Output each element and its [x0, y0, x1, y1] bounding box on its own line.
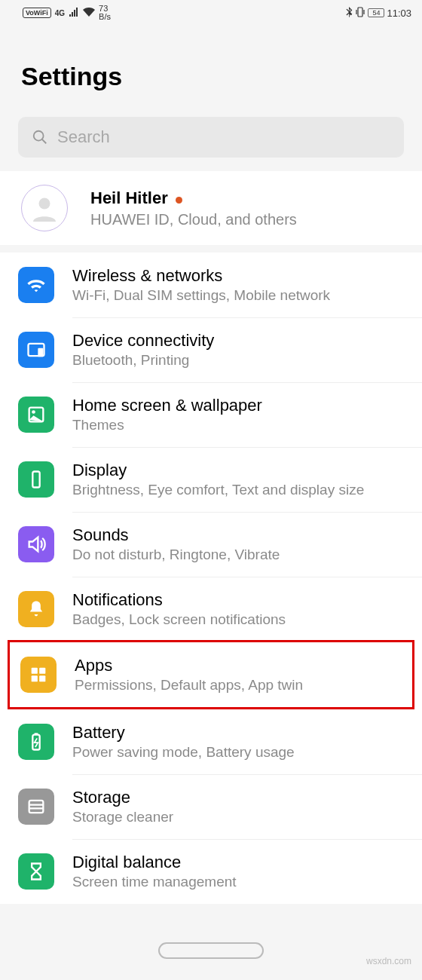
avatar: [21, 185, 68, 231]
apps-highlight: Apps Permissions, Default apps, App twin: [8, 640, 414, 709]
row-sounds[interactable]: Sounds Do not disturb, Ringtone, Vibrate: [0, 512, 422, 577]
hourglass-icon: [18, 853, 54, 890]
row-home-wallpaper[interactable]: Home screen & wallpaper Themes: [0, 382, 422, 447]
svg-point-2: [39, 198, 50, 210]
row-sub: Screen time management: [72, 874, 401, 890]
row-sub: Power saving mode, Battery usage: [72, 744, 401, 761]
row-title: Battery: [72, 723, 401, 743]
battery-icon: [18, 724, 54, 760]
vowifi-badge: VoWiFi: [23, 8, 51, 18]
account-text: Heil Hitler HUAWEI ID, Cloud, and others: [90, 188, 297, 228]
row-wireless[interactable]: Wireless & networks Wi-Fi, Dual SIM sett…: [0, 253, 422, 317]
device-icon: [18, 332, 54, 368]
svg-rect-8: [32, 668, 38, 674]
header: Settings: [0, 26, 422, 112]
row-display[interactable]: Display Brightness, Eye comfort, Text an…: [0, 447, 422, 512]
watermark: wsxdn.com: [366, 956, 411, 966]
svg-rect-4: [38, 348, 43, 357]
row-title: Home screen & wallpaper: [72, 396, 401, 415]
wifi-icon: [18, 267, 54, 303]
sounds-icon: [18, 526, 54, 562]
row-sub: Bluetooth, Printing: [72, 352, 401, 369]
row-title: Display: [72, 461, 401, 480]
row-title: Digital balance: [72, 853, 401, 872]
svg-point-1: [34, 131, 44, 141]
account-sub: HUAWEI ID, Cloud, and others: [90, 211, 297, 228]
row-sub: Brightness, Eye comfort, Text and displa…: [72, 482, 401, 498]
row-notifications[interactable]: Notifications Badges, Lock screen notifi…: [0, 577, 422, 642]
svg-rect-11: [39, 675, 45, 681]
account-row[interactable]: Heil Hitler HUAWEI ID, Cloud, and others: [0, 171, 422, 245]
status-left: VoWiFi 4G 73B/s: [23, 5, 111, 21]
avatar-icon: [31, 194, 58, 222]
signal-icon: [69, 8, 79, 19]
notification-dot: [176, 197, 182, 204]
svg-rect-7: [32, 472, 39, 488]
search-icon: [32, 129, 48, 145]
wallpaper-icon: [18, 397, 54, 433]
row-sub: Permissions, Default apps, App twin: [75, 677, 391, 694]
row-title: Notifications: [72, 590, 401, 610]
row-title: Device connectivity: [72, 331, 401, 351]
account-name: Heil Hitler: [90, 188, 168, 207]
vibrate-icon: [355, 7, 365, 20]
row-sub: Wi-Fi, Dual SIM settings, Mobile network: [72, 287, 401, 304]
data-speed: 73B/s: [99, 5, 111, 21]
network-type: 4G: [55, 9, 65, 17]
row-sub: Badges, Lock screen notifications: [72, 611, 401, 628]
search-bar[interactable]: Search: [18, 117, 404, 158]
clock: 11:03: [387, 8, 411, 19]
svg-rect-0: [358, 8, 362, 17]
apps-icon: [20, 657, 57, 693]
row-apps[interactable]: Apps Permissions, Default apps, App twin: [10, 642, 412, 707]
wifi-status-icon: [83, 8, 95, 19]
row-sub: Themes: [72, 417, 401, 433]
battery-level: 54: [368, 8, 384, 17]
row-title: Sounds: [72, 525, 401, 545]
row-storage[interactable]: Storage Storage cleaner: [0, 774, 422, 839]
svg-rect-9: [39, 668, 45, 674]
nav-pill[interactable]: [158, 942, 264, 959]
status-bar: VoWiFi 4G 73B/s 54 11:03: [0, 0, 422, 26]
search-placeholder: Search: [57, 127, 110, 147]
svg-rect-13: [35, 733, 38, 734]
svg-point-6: [32, 410, 35, 414]
row-title: Wireless & networks: [72, 266, 401, 286]
svg-rect-10: [32, 675, 38, 681]
row-sub: Storage cleaner: [72, 809, 401, 825]
settings-list: Wireless & networks Wi-Fi, Dual SIM sett…: [0, 253, 422, 904]
row-battery[interactable]: Battery Power saving mode, Battery usage: [0, 709, 422, 774]
row-title: Storage: [72, 788, 401, 807]
row-digital-balance[interactable]: Digital balance Screen time management: [0, 839, 422, 904]
navigation-bar: [0, 942, 422, 959]
row-title: Apps: [75, 656, 391, 675]
row-device-connectivity[interactable]: Device connectivity Bluetooth, Printing: [0, 317, 422, 382]
row-sub: Do not disturb, Ringtone, Vibrate: [72, 547, 401, 563]
svg-rect-14: [29, 801, 44, 813]
search-container: Search: [0, 112, 422, 165]
bluetooth-icon: [345, 7, 353, 20]
bell-icon: [18, 591, 54, 627]
storage-icon: [18, 789, 54, 825]
display-icon: [18, 461, 54, 498]
page-title: Settings: [21, 62, 401, 91]
status-right: 54 11:03: [345, 7, 411, 20]
